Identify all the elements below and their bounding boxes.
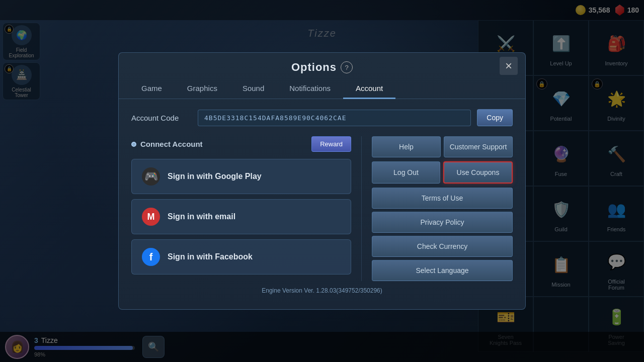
connect-dot-icon xyxy=(131,142,136,147)
connect-account-section: Connect Account Reward 🎮 Sign in with Go… xyxy=(131,136,362,281)
log-out-button[interactable]: Log Out xyxy=(372,161,440,184)
tab-sound[interactable]: Sound xyxy=(230,79,277,99)
help-support-row: Help Customer Support xyxy=(372,136,513,157)
tab-sound-label: Sound xyxy=(243,84,264,93)
privacy-policy-button[interactable]: Privacy Policy xyxy=(372,212,513,233)
use-coupons-button[interactable]: Use Coupons xyxy=(443,161,513,184)
account-code-value: 4B5DE3318C154DAFA8589E90C4062CAE xyxy=(204,114,346,122)
reward-button[interactable]: Reward xyxy=(311,136,351,152)
select-language-button[interactable]: Select Language xyxy=(372,260,513,281)
modal-header: Options ? × xyxy=(119,53,525,79)
customer-support-button[interactable]: Customer Support xyxy=(444,136,513,157)
account-code-row: Account Code 4B5DE3318C154DAFA8589E90C40… xyxy=(131,109,513,126)
modal-tabs: Game Graphics Sound Notifications Accoun… xyxy=(119,79,525,99)
version-label: Engine Version Ver. 1.28.03(349752/35029… xyxy=(262,287,382,294)
facebook-icon: f xyxy=(142,248,160,266)
google-play-icon: 🎮 xyxy=(142,167,160,186)
two-column-layout: Connect Account Reward 🎮 Sign in with Go… xyxy=(131,136,513,281)
connect-account-header: Connect Account Reward xyxy=(131,136,351,152)
privacy-policy-label: Privacy Policy xyxy=(420,218,464,226)
copy-button[interactable]: Copy xyxy=(477,109,513,126)
select-language-label: Select Language xyxy=(416,266,468,275)
tab-game[interactable]: Game xyxy=(129,79,175,99)
tab-graphics-label: Graphics xyxy=(187,84,217,93)
tab-game-label: Game xyxy=(141,84,162,93)
actions-section: Help Customer Support Log Out Use Coupon… xyxy=(372,136,513,281)
account-code-label: Account Code xyxy=(131,114,192,122)
signin-facebook-button[interactable]: f Sign in with Facebook xyxy=(131,239,351,275)
use-coupons-label: Use Coupons xyxy=(457,168,500,176)
terms-of-use-label: Terms of Use xyxy=(422,194,463,202)
signin-google-play-label: Sign in with Google Play xyxy=(168,172,262,181)
modal-title: Options xyxy=(291,61,337,74)
tab-notifications[interactable]: Notifications xyxy=(277,79,343,99)
options-modal: Options ? × Game Graphics Sound Notifica… xyxy=(118,52,526,310)
check-currency-button[interactable]: Check Currency xyxy=(372,236,513,257)
signin-facebook-label: Sign in with Facebook xyxy=(168,252,253,261)
modal-overlay: Options ? × Game Graphics Sound Notifica… xyxy=(0,0,644,362)
connect-account-title: Connect Account xyxy=(140,140,203,148)
email-icon: M xyxy=(142,208,160,226)
signin-email-label: Sign in with email xyxy=(168,212,235,221)
tab-graphics[interactable]: Graphics xyxy=(175,79,230,99)
help-icon-button[interactable]: ? xyxy=(341,61,353,73)
signin-email-button[interactable]: M Sign in with email xyxy=(131,199,351,234)
modal-content: Account Code 4B5DE3318C154DAFA8589E90C40… xyxy=(119,99,525,304)
account-code-input[interactable]: 4B5DE3318C154DAFA8589E90C4062CAE xyxy=(198,110,471,126)
signin-google-play-button[interactable]: 🎮 Sign in with Google Play xyxy=(131,159,351,194)
logout-coupons-row: Log Out Use Coupons xyxy=(372,161,513,184)
help-button-label: Help xyxy=(399,143,414,151)
tab-account-label: Account xyxy=(356,84,383,93)
close-icon: × xyxy=(505,59,512,73)
tab-account[interactable]: Account xyxy=(343,79,395,99)
version-text: Engine Version Ver. 1.28.03(349752/35029… xyxy=(131,287,513,294)
help-button[interactable]: Help xyxy=(372,136,441,157)
close-button[interactable]: × xyxy=(500,57,518,75)
customer-support-label: Customer Support xyxy=(450,143,507,151)
tab-notifications-label: Notifications xyxy=(289,84,331,93)
help-label: ? xyxy=(345,64,348,71)
check-currency-label: Check Currency xyxy=(417,242,467,250)
log-out-label: Log Out xyxy=(393,168,419,176)
terms-of-use-button[interactable]: Terms of Use xyxy=(372,188,513,209)
